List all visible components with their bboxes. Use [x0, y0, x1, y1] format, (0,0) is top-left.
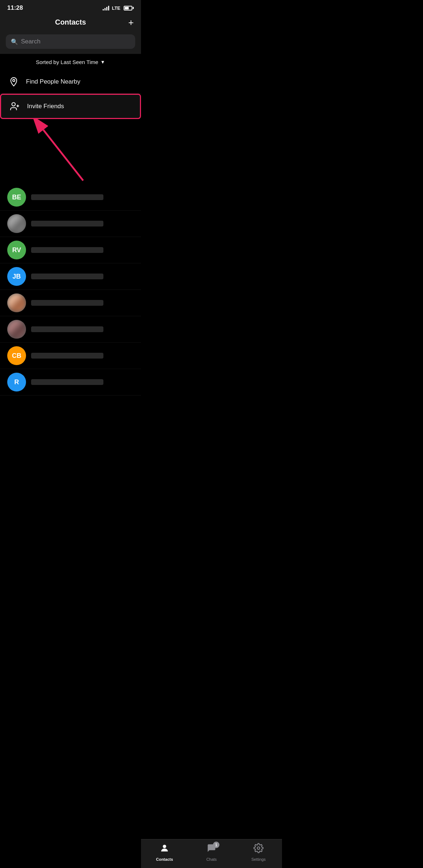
svg-point-1 [12, 103, 15, 106]
contact-row[interactable]: RV [0, 237, 141, 263]
avatar: BE [7, 188, 26, 207]
chevron-down-icon: ▼ [101, 59, 105, 65]
status-icons: LTE [103, 5, 134, 11]
contact-row[interactable] [0, 290, 141, 316]
contact-name [31, 274, 103, 279]
page-title: Contacts [55, 18, 86, 26]
search-container: 🔍 Search [0, 31, 141, 54]
status-bar: 11:28 LTE [0, 0, 141, 14]
avatar [7, 214, 26, 233]
header: Contacts + [0, 14, 141, 31]
contact-name [31, 194, 103, 200]
location-icon [7, 75, 20, 88]
find-nearby-label: Find People Nearby [26, 78, 80, 85]
svg-line-5 [43, 130, 83, 181]
search-icon: 🔍 [11, 38, 18, 45]
svg-point-0 [13, 80, 15, 82]
avatar: CB [7, 346, 26, 365]
contact-name [31, 247, 103, 253]
contact-name [31, 353, 103, 359]
avatar [7, 293, 26, 312]
avatar: JB [7, 267, 26, 286]
contact-row[interactable]: CB [0, 343, 141, 369]
contact-list: BE RV JB [0, 184, 141, 395]
contact-name [31, 326, 103, 332]
invite-friends-item[interactable]: Invite Friends [0, 94, 141, 119]
contact-name [31, 379, 103, 385]
contact-name [31, 221, 103, 226]
content-area: Sorted by Last Seen Time ▼ Find People N… [0, 54, 141, 395]
search-bar[interactable]: 🔍 Search [6, 34, 135, 49]
sort-row[interactable]: Sorted by Last Seen Time ▼ [0, 54, 141, 70]
contact-row[interactable] [0, 316, 141, 343]
battery-icon [124, 6, 134, 10]
lte-label: LTE [112, 5, 120, 11]
contact-row[interactable]: JB [0, 263, 141, 290]
invite-friends-label: Invite Friends [27, 103, 64, 110]
contact-row[interactable]: R [0, 369, 141, 395]
annotation-arrow [0, 119, 141, 184]
contact-row[interactable] [0, 211, 141, 237]
search-input[interactable]: Search [21, 38, 40, 45]
signal-icon [103, 5, 109, 10]
contact-name [31, 300, 103, 306]
avatar [7, 320, 26, 339]
add-contact-button[interactable]: + [128, 18, 134, 29]
sort-label: Sorted by Last Seen Time [36, 59, 98, 65]
status-time: 11:28 [7, 4, 23, 12]
avatar: R [7, 373, 26, 391]
invite-icon [8, 100, 21, 113]
avatar: RV [7, 241, 26, 259]
contact-row[interactable]: BE [0, 184, 141, 211]
find-nearby-item[interactable]: Find People Nearby [0, 70, 141, 94]
